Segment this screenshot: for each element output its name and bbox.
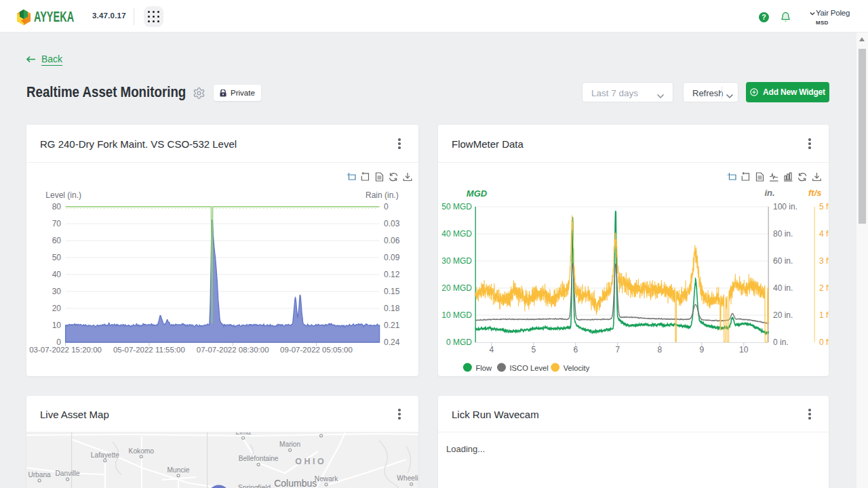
svg-text:Columbus: Columbus bbox=[274, 478, 317, 488]
svg-text:ISCO Level: ISCO Level bbox=[510, 364, 549, 372]
svg-text:7: 7 bbox=[615, 345, 620, 354]
svg-text:Bellefontaine: Bellefontaine bbox=[239, 455, 279, 462]
svg-text:100 in.: 100 in. bbox=[773, 202, 797, 211]
svg-text:0 in.: 0 in. bbox=[773, 338, 789, 347]
svg-text:5 ft: 5 ft bbox=[819, 202, 829, 211]
svg-text:in.: in. bbox=[764, 188, 774, 198]
svg-text:0: 0 bbox=[384, 202, 389, 211]
svg-text:60: 60 bbox=[52, 236, 62, 245]
svg-text:0.15: 0.15 bbox=[384, 287, 400, 296]
svg-text:40 in.: 40 in. bbox=[773, 283, 793, 293]
svg-text:Lima: Lima bbox=[236, 432, 251, 436]
svg-text:0.21: 0.21 bbox=[384, 321, 400, 330]
svg-text:Wheeling: Wheeling bbox=[397, 474, 418, 482]
svg-text:0.12: 0.12 bbox=[384, 270, 400, 279]
svg-text:4 ft: 4 ft bbox=[819, 229, 829, 239]
svg-text:9: 9 bbox=[699, 345, 704, 354]
svg-text:09-07-2022 05:05:00: 09-07-2022 05:05:00 bbox=[280, 346, 353, 354]
svg-text:30: 30 bbox=[52, 287, 62, 296]
svg-text:Marion: Marion bbox=[279, 441, 300, 448]
svg-text:40: 40 bbox=[52, 270, 62, 279]
svg-text:2 ft: 2 ft bbox=[819, 283, 829, 293]
svg-text:0.06: 0.06 bbox=[384, 236, 400, 245]
svg-text:8: 8 bbox=[657, 345, 662, 354]
svg-text:80 in.: 80 in. bbox=[773, 229, 793, 239]
svg-text:MGD: MGD bbox=[467, 188, 488, 199]
svg-text:Velocity: Velocity bbox=[564, 364, 590, 372]
svg-text:6: 6 bbox=[573, 345, 578, 354]
svg-text:1 ft: 1 ft bbox=[819, 310, 829, 320]
svg-text:Danville: Danville bbox=[55, 470, 80, 477]
svg-text:OHIO: OHIO bbox=[295, 457, 326, 466]
svg-text:10: 10 bbox=[52, 321, 62, 330]
svg-text:Kokomo: Kokomo bbox=[129, 447, 155, 455]
svg-text:30 MGD: 30 MGD bbox=[441, 256, 472, 266]
svg-text:50: 50 bbox=[52, 253, 62, 262]
svg-text:Rain (in.): Rain (in.) bbox=[366, 190, 399, 200]
svg-text:Muncie: Muncie bbox=[167, 466, 190, 474]
svg-text:20 in.: 20 in. bbox=[773, 310, 793, 320]
svg-text:0 ft: 0 ft bbox=[819, 338, 829, 347]
svg-text:Springfield: Springfield bbox=[238, 484, 271, 488]
svg-text:0.24: 0.24 bbox=[384, 338, 400, 347]
svg-text:05-07-2022 11:55:00: 05-07-2022 11:55:00 bbox=[113, 346, 185, 354]
svg-text:Flow: Flow bbox=[476, 364, 493, 372]
svg-text:10 MGD: 10 MGD bbox=[441, 310, 472, 320]
svg-text:3 ft: 3 ft bbox=[819, 256, 829, 266]
svg-text:Lafayette: Lafayette bbox=[91, 451, 119, 459]
svg-text:ft/s: ft/s bbox=[808, 188, 822, 198]
svg-text:Newark: Newark bbox=[315, 475, 338, 483]
svg-text:40 MGD: 40 MGD bbox=[441, 229, 472, 239]
svg-text:20 MGD: 20 MGD bbox=[441, 283, 472, 293]
svg-text:60 in.: 60 in. bbox=[773, 256, 793, 266]
svg-text:10: 10 bbox=[739, 345, 749, 354]
svg-text:0.03: 0.03 bbox=[384, 219, 400, 228]
svg-text:07-07-2022 08:30:00: 07-07-2022 08:30:00 bbox=[197, 346, 269, 354]
svg-text:80: 80 bbox=[52, 202, 62, 211]
svg-text:70: 70 bbox=[52, 219, 62, 228]
svg-text:Mansfield: Mansfield bbox=[307, 432, 336, 434]
svg-text:20: 20 bbox=[52, 304, 62, 313]
svg-text:03-07-2022 15:20:00: 03-07-2022 15:20:00 bbox=[29, 346, 102, 354]
svg-text:5: 5 bbox=[531, 345, 536, 354]
svg-text:0 MGD: 0 MGD bbox=[446, 338, 472, 347]
svg-text:0.18: 0.18 bbox=[384, 304, 400, 313]
svg-text:50 MGD: 50 MGD bbox=[441, 202, 472, 211]
svg-text:Level (in.): Level (in.) bbox=[45, 190, 81, 200]
svg-text:4: 4 bbox=[489, 345, 494, 354]
svg-text:0.09: 0.09 bbox=[384, 253, 400, 262]
svg-text:Urbana: Urbana bbox=[28, 471, 51, 479]
